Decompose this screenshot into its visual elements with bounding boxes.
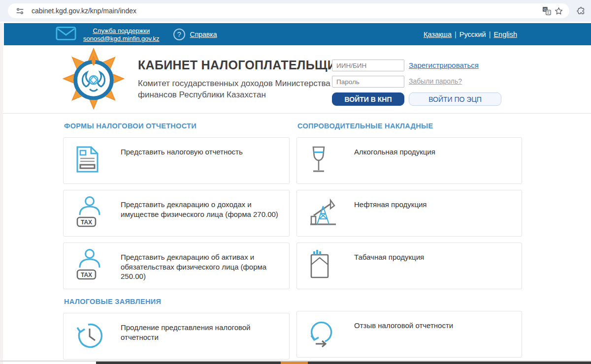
lang-english-link[interactable]: English — [493, 30, 517, 38]
person-tax-icon: TAX — [75, 190, 108, 236]
section-tax-applications: НАЛОГОВЫЕ ЗАЯВЛЕНИЯ — [64, 298, 290, 307]
card-extension-reporting[interactable]: Продление представления налоговой отчетн… — [63, 313, 290, 360]
language-switcher: Қазақша|Русский|English — [424, 30, 517, 38]
card-label: Представить налоговую отчетность — [108, 138, 248, 183]
page-subtitle: Комитет государственных доходов Министер… — [138, 78, 345, 100]
kgd-emblem-logo — [60, 46, 127, 113]
card-declaration-270[interactable]: TAX Представить декларацию о доходах и и… — [63, 190, 290, 237]
login-knp-button[interactable]: ВОЙТИ В КНП — [332, 92, 404, 106]
site-settings-icon[interactable] — [14, 5, 26, 17]
url-text[interactable]: cabinet.kgd.gov.kz/knp/main/index — [32, 7, 541, 15]
register-link[interactable]: Зарегистрироваться — [409, 61, 479, 69]
card-tobacco-products[interactable]: Табачная продукция — [296, 243, 522, 289]
taskbar-accent — [281, 362, 308, 364]
history-clock-icon — [75, 313, 108, 359]
password-input[interactable] — [332, 76, 404, 88]
main-content: ФОРМЫ НАЛОГОВОИ ОТЧЕТНОСТИ Представить н… — [63, 114, 591, 364]
screen: cabinet.kgd.gov.kz/knp/main/index G文 Слу… — [0, 0, 591, 364]
support-block: Служба поддержки sonosd@kgd.minfin.gov.k… — [56, 26, 160, 43]
card-label: Нефтяная продукция — [341, 190, 431, 236]
card-submit-tax-reporting[interactable]: Представить налоговую отчетность — [63, 137, 290, 184]
support-label-link[interactable]: Служба поддержки — [93, 27, 150, 34]
card-label: Представить декларацию об активах и обяз… — [108, 243, 285, 289]
help-icon: ? — [173, 29, 185, 40]
recall-arrows-icon — [309, 311, 341, 357]
document-icon — [75, 138, 108, 183]
card-recall-reporting[interactable]: Отзыв налоговой отчетности — [296, 311, 522, 358]
lang-separator: | — [455, 30, 457, 38]
page-title: КАБИНЕТ НАЛОГОПЛАТЕЛЬЩИКА — [138, 58, 353, 72]
section-waybills: СОПРОВОДИТЕЛЬНЫЕ НАКЛАДНЫЕ — [297, 122, 522, 132]
cigarette-pack-icon — [309, 243, 341, 289]
card-label: Табачная продукция — [341, 243, 429, 289]
card-declaration-250[interactable]: TAX Представить декларацию об активах и … — [63, 243, 290, 289]
browser-toolbar: cabinet.kgd.gov.kz/knp/main/index G文 — [0, 0, 591, 22]
card-label: Представить декларацию о доходах и имуще… — [108, 190, 285, 236]
bookmark-star-icon[interactable] — [553, 5, 564, 17]
translate-icon[interactable]: G文 — [541, 5, 553, 17]
svg-text:TAX: TAX — [81, 219, 92, 226]
page-body: Служба поддержки sonosd@kgd.minfin.gov.k… — [0, 23, 591, 364]
lang-separator: | — [489, 30, 491, 38]
address-bar[interactable]: cabinet.kgd.gov.kz/knp/main/index G文 — [8, 3, 569, 18]
section-tax-report-forms: ФОРМЫ НАЛОГОВОИ ОТЧЕТНОСТИ — [64, 122, 290, 132]
top-banner: Служба поддержки sonosd@kgd.minfin.gov.k… — [4, 23, 591, 45]
mail-icon — [56, 26, 76, 43]
taskbar-sliver — [96, 362, 591, 364]
masthead: КАБИНЕТ НАЛОГОПЛАТЕЛЬЩИКА Комитет госуда… — [3, 45, 591, 114]
svg-text:TAX: TAX — [81, 272, 92, 278]
card-alcohol-products[interactable]: Алкогольная продукция — [296, 137, 522, 184]
extensions-icon[interactable] — [576, 6, 586, 16]
help-link[interactable]: Справка — [190, 30, 217, 38]
lang-russian-current[interactable]: Русский — [460, 30, 486, 38]
oil-pumpjack-icon — [309, 190, 341, 236]
login-eds-button[interactable]: ВОЙТИ ПО ЭЦП — [409, 92, 501, 106]
support-email-link[interactable]: sonosd@kgd.minfin.gov.kz — [83, 35, 160, 42]
forgot-password-link[interactable]: Забыли пароль? — [409, 77, 462, 85]
card-label: Отзыв налоговой отчетности — [341, 311, 458, 357]
wine-glass-icon — [309, 138, 341, 183]
svg-text:文: 文 — [547, 10, 550, 15]
person-tax-icon: TAX — [75, 243, 108, 289]
card-label: Алкогольная продукция — [341, 138, 440, 183]
lang-kazakh-link[interactable]: Қазақша — [424, 30, 452, 38]
iin-bin-input[interactable] — [332, 60, 404, 71]
card-oil-products[interactable]: Нефтяная продукция — [296, 190, 522, 237]
card-label: Продление представления налоговой отчетн… — [108, 313, 285, 359]
